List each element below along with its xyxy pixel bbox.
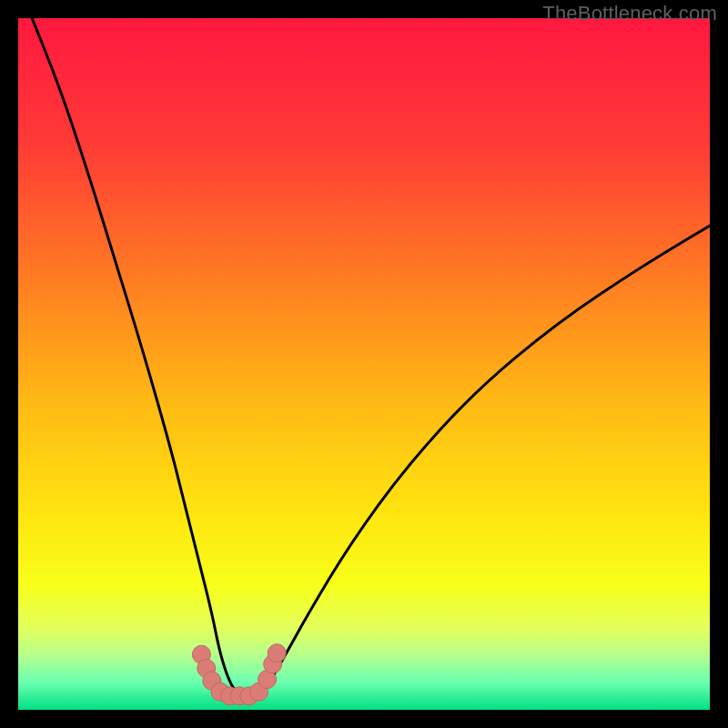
chart-background <box>18 18 710 710</box>
chart-plot-area <box>18 18 710 710</box>
chart-marker <box>268 644 286 662</box>
bottleneck-chart <box>18 18 710 710</box>
watermark-text: TheBottleneck.com <box>542 2 717 25</box>
